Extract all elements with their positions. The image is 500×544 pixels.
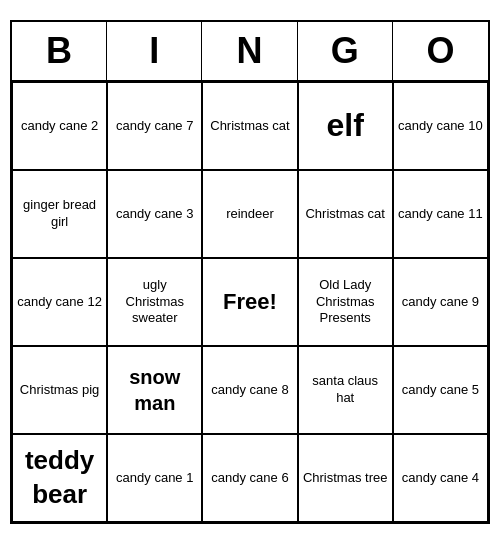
bingo-cell: Free! [202, 258, 297, 346]
header-letter: N [202, 22, 297, 80]
bingo-cell: candy cane 5 [393, 346, 488, 434]
bingo-cell: Christmas tree [298, 434, 393, 522]
bingo-cell: Old Lady Christmas Presents [298, 258, 393, 346]
bingo-cell: candy cane 2 [12, 82, 107, 170]
bingo-cell: candy cane 12 [12, 258, 107, 346]
bingo-cell: ginger bread girl [12, 170, 107, 258]
bingo-cell: reindeer [202, 170, 297, 258]
bingo-cell: candy cane 1 [107, 434, 202, 522]
bingo-card: BINGO candy cane 2candy cane 7Christmas … [10, 20, 490, 524]
bingo-cell: teddy bear [12, 434, 107, 522]
bingo-cell: Christmas cat [298, 170, 393, 258]
bingo-cell: candy cane 4 [393, 434, 488, 522]
bingo-cell: Christmas cat [202, 82, 297, 170]
bingo-cell: candy cane 10 [393, 82, 488, 170]
bingo-cell: candy cane 3 [107, 170, 202, 258]
header-letter: G [298, 22, 393, 80]
bingo-cell: candy cane 6 [202, 434, 297, 522]
bingo-cell: elf [298, 82, 393, 170]
header-letter: I [107, 22, 202, 80]
bingo-cell: snow man [107, 346, 202, 434]
bingo-cell: candy cane 8 [202, 346, 297, 434]
bingo-grid: candy cane 2candy cane 7Christmas catelf… [12, 82, 488, 522]
bingo-cell: candy cane 9 [393, 258, 488, 346]
header-letter: B [12, 22, 107, 80]
bingo-cell: santa claus hat [298, 346, 393, 434]
bingo-cell: candy cane 7 [107, 82, 202, 170]
bingo-cell: Christmas pig [12, 346, 107, 434]
bingo-cell: ugly Christmas sweater [107, 258, 202, 346]
header-letter: O [393, 22, 488, 80]
bingo-header: BINGO [12, 22, 488, 82]
bingo-cell: candy cane 11 [393, 170, 488, 258]
